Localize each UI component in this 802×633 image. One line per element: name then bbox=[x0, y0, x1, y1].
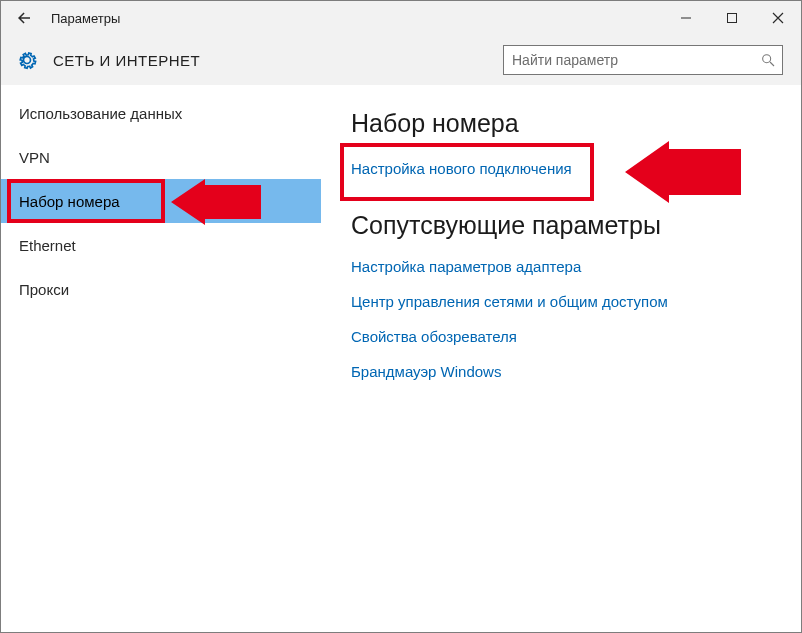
svg-line-3 bbox=[770, 62, 774, 66]
sidebar-item-label: Набор номера bbox=[19, 193, 120, 210]
adapter-settings-link[interactable]: Настройка параметров адаптера bbox=[351, 258, 785, 275]
sidebar-item-label: VPN bbox=[19, 149, 50, 166]
minimize-button[interactable] bbox=[663, 1, 709, 35]
titlebar: Параметры bbox=[1, 1, 801, 35]
window-title: Параметры bbox=[51, 11, 120, 26]
body: Использование данных VPN Набор номера Et… bbox=[1, 85, 801, 632]
close-button[interactable] bbox=[755, 1, 801, 35]
minimize-icon bbox=[680, 12, 692, 24]
sidebar-item-label: Использование данных bbox=[19, 105, 182, 122]
content-area: Набор номера Настройка нового подключени… bbox=[321, 85, 801, 632]
maximize-icon bbox=[726, 12, 738, 24]
new-connection-link[interactable]: Настройка нового подключения bbox=[351, 160, 785, 177]
page-header: СЕТЬ И ИНТЕРНЕТ Найти параметр bbox=[1, 35, 801, 85]
maximize-button[interactable] bbox=[709, 1, 755, 35]
related-heading: Сопутсвующие параметры bbox=[351, 211, 785, 240]
back-button[interactable] bbox=[1, 1, 47, 35]
internet-options-link[interactable]: Свойства обозревателя bbox=[351, 328, 785, 345]
sidebar-item-data-usage[interactable]: Использование данных bbox=[1, 91, 321, 135]
sidebar-item-vpn[interactable]: VPN bbox=[1, 135, 321, 179]
gear-icon bbox=[15, 48, 39, 72]
sidebar-item-label: Прокси bbox=[19, 281, 69, 298]
sidebar-item-ethernet[interactable]: Ethernet bbox=[1, 223, 321, 267]
svg-rect-0 bbox=[681, 18, 691, 19]
sidebar-item-label: Ethernet bbox=[19, 237, 76, 254]
svg-rect-1 bbox=[728, 14, 737, 23]
sidebar-item-dialup[interactable]: Набор номера bbox=[1, 179, 321, 223]
window-controls bbox=[663, 1, 801, 35]
back-arrow-icon bbox=[15, 9, 33, 27]
search-placeholder: Найти параметр bbox=[512, 52, 760, 68]
settings-window: Параметры СЕТЬ bbox=[0, 0, 802, 633]
sidebar: Использование данных VPN Набор номера Et… bbox=[1, 85, 321, 632]
page-title: СЕТЬ И ИНТЕРНЕТ bbox=[53, 52, 200, 69]
svg-point-2 bbox=[763, 55, 771, 63]
close-icon bbox=[772, 12, 784, 24]
content-heading: Набор номера bbox=[351, 109, 785, 138]
network-center-link[interactable]: Центр управления сетями и общим доступом bbox=[351, 293, 785, 310]
firewall-link[interactable]: Брандмауэр Windows bbox=[351, 363, 785, 380]
sidebar-item-proxy[interactable]: Прокси bbox=[1, 267, 321, 311]
search-input[interactable]: Найти параметр bbox=[503, 45, 783, 75]
search-icon bbox=[760, 52, 776, 68]
